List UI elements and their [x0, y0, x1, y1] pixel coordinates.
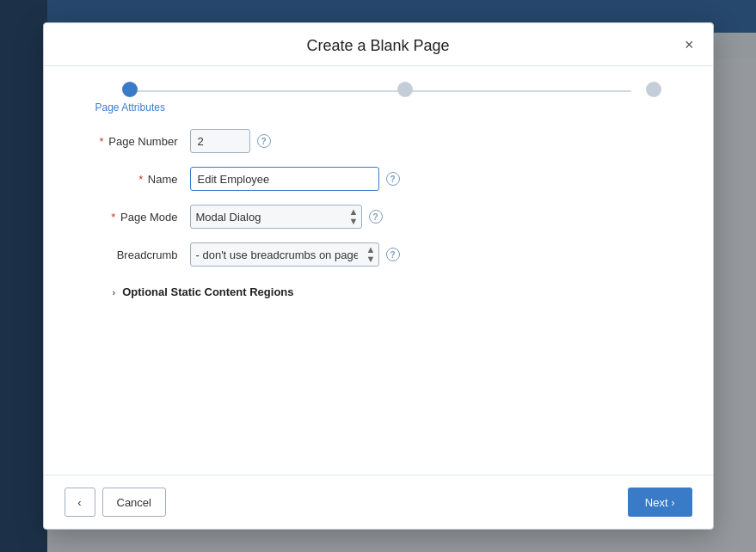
breadcrumb-label: Breadcrumb [78, 248, 190, 261]
step-1-dot [122, 82, 138, 97]
page-number-input[interactable] [190, 129, 250, 153]
page-number-group: * Page Number ? [78, 129, 679, 153]
step-1: Page Attributes [95, 82, 165, 113]
page-mode-wrapper: Modal Dialog Normal Non-Modal Dialog ▲▼ [190, 205, 362, 229]
required-star-1: * [100, 135, 104, 148]
page-mode-label: * Page Mode [78, 211, 190, 224]
name-label: * Name [78, 173, 190, 186]
cancel-button[interactable]: Cancel [102, 488, 166, 517]
required-star-2: * [138, 173, 143, 186]
page-number-help-icon[interactable]: ? [257, 134, 271, 148]
optional-section: › Optional Static Content Regions [78, 280, 679, 304]
modal-body: * Page Number ? * Name ? * Page Mode [44, 120, 713, 475]
step-2 [397, 82, 413, 97]
optional-section-header[interactable]: › Optional Static Content Regions [113, 280, 679, 304]
breadcrumb-help-icon[interactable]: ? [386, 248, 400, 261]
name-input[interactable] [190, 167, 379, 191]
page-mode-help-icon[interactable]: ? [369, 210, 383, 224]
optional-section-label: Optional Static Content Regions [122, 285, 293, 298]
step-3 [646, 82, 661, 97]
modal-title: Create a Blank Page [306, 37, 449, 55]
breadcrumb-select[interactable]: - don't use breadcrumbs on page - [190, 242, 379, 267]
footer-left: ‹ Cancel [65, 488, 166, 517]
step-1-label: Page Attributes [95, 101, 165, 113]
modal-dialog: Create a Blank Page × Page Attributes [43, 22, 714, 530]
modal-footer: ‹ Cancel Next › [44, 475, 713, 529]
step-3-dot [646, 82, 661, 97]
name-help-icon[interactable]: ? [386, 172, 400, 186]
optional-chevron-icon: › [113, 287, 116, 297]
name-group: * Name ? [78, 167, 679, 191]
page-mode-select[interactable]: Modal Dialog Normal Non-Modal Dialog [190, 205, 362, 229]
next-button-label: Next › [645, 496, 675, 509]
stepper: Page Attributes [44, 66, 713, 120]
breadcrumb-wrapper: - don't use breadcrumbs on page - ▲▼ [190, 242, 379, 267]
stepper-track [126, 90, 631, 92]
breadcrumb-group: Breadcrumb - don't use breadcrumbs on pa… [78, 242, 679, 267]
page-number-label: * Page Number [78, 135, 190, 148]
required-star-3: * [111, 211, 115, 224]
back-button[interactable]: ‹ [65, 488, 95, 517]
modal-overlay: Create a Blank Page × Page Attributes [0, 0, 756, 552]
page-mode-group: * Page Mode Modal Dialog Normal Non-Moda… [78, 205, 679, 229]
step-2-dot [397, 82, 413, 97]
next-button[interactable]: Next › [628, 488, 692, 517]
modal-header: Create a Blank Page × [44, 23, 713, 66]
modal-close-button[interactable]: × [679, 35, 699, 54]
